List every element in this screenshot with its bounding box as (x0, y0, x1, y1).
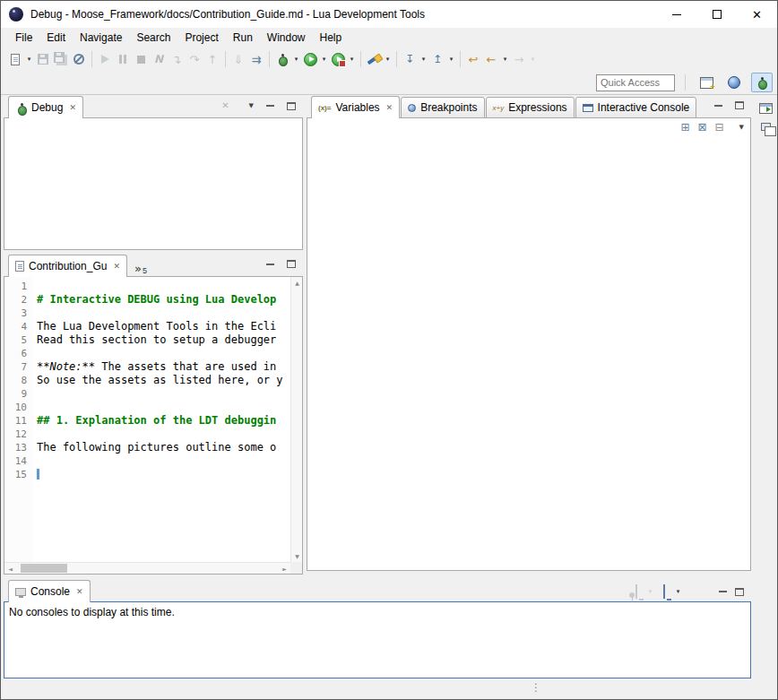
next-annotation-button[interactable]: ↧ (401, 49, 419, 69)
display-selected-console-button[interactable] (635, 585, 637, 598)
tab-debug[interactable]: Debug ✕ (8, 96, 83, 118)
menu-window[interactable]: Window (260, 28, 313, 48)
resume-button[interactable] (96, 49, 114, 69)
code-line[interactable]: Read this section to setup a debugger (33, 333, 290, 347)
menu-help[interactable]: Help (313, 28, 350, 48)
variables-tab-close-icon[interactable]: ✕ (386, 104, 393, 112)
console-maximize-icon[interactable] (735, 588, 744, 596)
debug-tab-close-icon[interactable]: ✕ (69, 104, 76, 112)
quick-access-input[interactable] (596, 74, 675, 91)
new-file-button[interactable] (6, 49, 24, 69)
code-line[interactable] (33, 280, 290, 293)
debug-view-content[interactable] (4, 117, 303, 250)
terminate-button[interactable] (132, 49, 150, 69)
debug-view-menu-icon[interactable]: ▼ (249, 103, 254, 109)
editor-maximize-icon[interactable] (287, 260, 296, 268)
code-line[interactable]: So use the assets as listed here, or y (33, 374, 290, 387)
menu-run[interactable]: Run (226, 28, 260, 48)
forward-dropdown[interactable]: ▾ (528, 49, 538, 69)
step-over-button[interactable]: ↷ (186, 49, 203, 69)
debug-minimize-icon[interactable] (266, 105, 274, 107)
save-button[interactable] (34, 49, 52, 69)
line-number[interactable]: 11 (4, 414, 33, 428)
console-tab-close-icon[interactable]: ✕ (76, 588, 83, 596)
debug-button[interactable] (273, 49, 291, 69)
code-line[interactable]: The following pictures outline some o (33, 441, 290, 454)
menu-search[interactable]: Search (129, 28, 177, 48)
next-annotation-dropdown[interactable]: ▾ (419, 49, 428, 69)
back-button[interactable]: ← (482, 49, 500, 69)
code-line[interactable] (33, 401, 290, 414)
scroll-up-icon[interactable]: ▲ (291, 277, 302, 289)
collapse-all-icon[interactable]: ⊟ (715, 122, 724, 133)
open-console-button[interactable] (663, 585, 665, 598)
previous-annotation-dropdown[interactable]: ▾ (446, 49, 456, 69)
variables-content[interactable]: ⊞ ⊠ ⊟ ▼ (307, 117, 751, 571)
line-number[interactable]: 2 (4, 293, 33, 307)
code-line[interactable]: ## 1. Explanation of the LDT debuggin (33, 414, 290, 428)
trim-restore-icon[interactable] (759, 103, 773, 114)
line-number[interactable]: 4 (4, 320, 33, 333)
display-selected-console-dropdown[interactable]: ▾ (645, 585, 655, 598)
code-line[interactable]: # Interactive DEBUG using Lua Develop (33, 293, 290, 307)
variables-maximize-icon[interactable] (735, 101, 744, 109)
editor-tab-overflow[interactable]: » 5 (134, 263, 147, 274)
minimize-button[interactable] (656, 1, 696, 28)
search-button[interactable] (365, 49, 383, 69)
tab-breakpoints[interactable]: Breakpoints (401, 97, 484, 118)
disconnect-button[interactable]: N (150, 49, 168, 69)
console-content[interactable]: No consoles to display at this time. (4, 601, 751, 678)
external-tools-dropdown[interactable]: ▾ (347, 49, 357, 69)
step-return-button[interactable]: ↑ (203, 49, 221, 69)
tab-console[interactable]: Console ✕ (8, 580, 91, 602)
editor-horizontal-scrollbar[interactable]: ◄ ► (4, 562, 290, 574)
editor-vertical-scrollbar[interactable]: ▲ ▼ (290, 277, 302, 562)
code-line[interactable] (33, 428, 290, 441)
scroll-left-icon[interactable]: ◄ (4, 563, 16, 574)
search-dropdown[interactable]: ▾ (383, 49, 393, 69)
variables-view-menu-icon[interactable]: ▼ (739, 125, 744, 131)
debug-dropdown[interactable]: ▾ (291, 49, 301, 69)
line-number[interactable]: 6 (4, 347, 33, 360)
debug-perspective-button[interactable] (751, 73, 773, 92)
open-console-dropdown[interactable]: ▾ (673, 585, 683, 598)
variables-minimize-icon[interactable] (714, 105, 722, 107)
drop-to-frame-button[interactable]: ⇓ (229, 49, 247, 69)
line-number[interactable]: 3 (4, 307, 33, 320)
lua-perspective-button[interactable] (723, 73, 745, 92)
menu-edit[interactable]: Edit (39, 28, 73, 48)
tab-contribution-guide[interactable]: Contribution_Gu ✕ (8, 255, 127, 277)
editor-code[interactable]: # Interactive DEBUG using Lua DevelopThe… (33, 277, 290, 562)
line-number[interactable]: 14 (4, 454, 33, 468)
horizontal-scroll-thumb[interactable] (21, 564, 67, 573)
new-file-dropdown[interactable]: ▾ (24, 49, 34, 69)
tab-interactive-console[interactable]: Interactive Console (575, 97, 697, 118)
editor-gutter[interactable]: 123456789101112131415 (4, 277, 33, 562)
code-line[interactable] (33, 468, 290, 481)
menu-file[interactable]: File (8, 28, 39, 48)
run-dropdown[interactable]: ▾ (319, 49, 329, 69)
code-line[interactable]: The Lua Development Tools in the Ecli (33, 320, 290, 333)
console-minimize-icon[interactable] (719, 591, 727, 592)
menu-navigate[interactable]: Navigate (73, 28, 129, 48)
trim-view-icon[interactable] (761, 123, 771, 131)
forward-button[interactable]: → (510, 49, 528, 69)
debug-maximize-icon[interactable] (287, 102, 296, 110)
line-number[interactable]: 15 (4, 468, 33, 481)
previous-annotation-button[interactable]: ↥ (428, 49, 446, 69)
open-perspective-button[interactable] (696, 73, 717, 92)
suspend-button[interactable] (114, 49, 132, 69)
line-number[interactable]: 13 (4, 441, 33, 454)
maximize-button[interactable] (696, 1, 737, 28)
line-number[interactable]: 1 (4, 280, 33, 293)
code-line[interactable] (33, 347, 290, 360)
editor-tab-close-icon[interactable]: ✕ (113, 263, 120, 271)
line-number[interactable]: 9 (4, 387, 33, 401)
close-button[interactable]: ✕ (737, 1, 777, 28)
show-columns-icon[interactable]: ⊠ (697, 122, 706, 133)
step-into-button[interactable]: ↴ (168, 49, 186, 69)
line-number[interactable]: 12 (4, 428, 33, 441)
line-number[interactable]: 10 (4, 401, 33, 414)
back-dropdown[interactable]: ▾ (500, 49, 510, 69)
tab-variables[interactable]: (x)= Variables ✕ (311, 96, 400, 118)
